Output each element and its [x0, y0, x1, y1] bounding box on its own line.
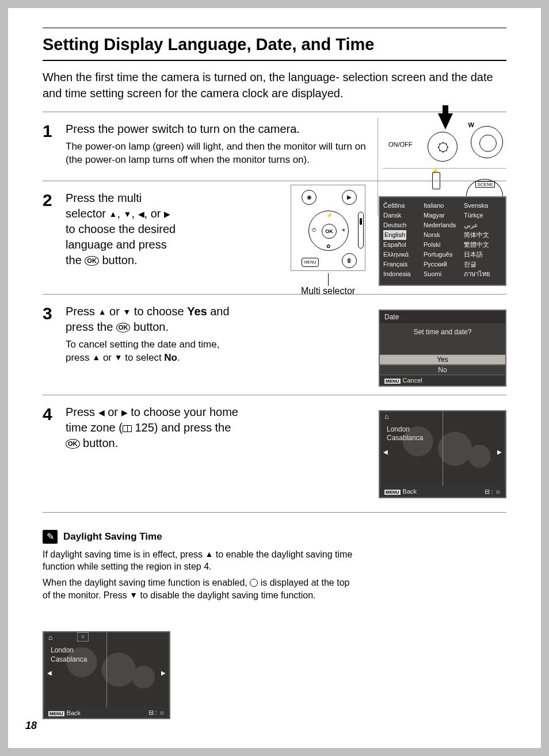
option-yes: Yes — [380, 354, 505, 365]
text: If daylight saving time is in effect, pr… — [43, 549, 205, 559]
city-1: London — [51, 646, 87, 655]
right-arrow-icon: ▶ — [497, 449, 502, 455]
text: to choose — [131, 305, 187, 318]
meridian-line — [106, 632, 107, 707]
city-2: Casablanca — [387, 434, 423, 443]
step-number: 4 — [43, 404, 66, 492]
text: button. — [130, 320, 169, 333]
flash-icon: ⚡ — [326, 212, 333, 218]
step-3: 3 Press ▲ or ▼ to choose Yes and press t… — [43, 294, 506, 395]
lang-col-3: SvenskaTürkçeعربي简体中文繁體中文日本語한글ภาษาไทย — [464, 201, 502, 279]
down-triangle-icon: ▼ — [129, 590, 138, 601]
no-bold: No — [164, 352, 177, 363]
left-triangle-icon: ◀ — [138, 209, 144, 220]
down-triangle-icon: ▼ — [115, 352, 123, 363]
lang-option: English — [383, 230, 421, 240]
book-ref-icon — [123, 425, 132, 432]
lang-option: Ελληνικά — [383, 250, 421, 259]
ok-center-icon: OK — [322, 224, 337, 239]
step4-heading: Press ◀ or ▶ to choose your home time zo… — [66, 404, 241, 451]
lang-option: Português — [424, 250, 462, 259]
zoom-slider-icon — [358, 212, 364, 249]
dst-sun-icon — [250, 579, 258, 587]
page-title: Setting Display Language, Date, and Time — [43, 28, 506, 61]
right-triangle-icon: ▶ — [164, 209, 170, 220]
page-number: 18 — [25, 720, 37, 732]
timer-icon: ⏱ — [311, 227, 317, 233]
lang-option: Svenska — [464, 201, 502, 211]
step1-heading: Press the power switch to turn on the ca… — [66, 121, 368, 137]
text: Press — [66, 406, 98, 418]
text: to disable the daylight saving time func… — [138, 590, 316, 600]
w-label: W — [468, 121, 474, 128]
step1-sub: The power-on lamp (green) will light, an… — [66, 140, 368, 167]
menu-button-icon: MENU — [302, 258, 319, 267]
onoff-label: ON/OFF — [388, 141, 413, 148]
option-no: No — [380, 365, 505, 375]
up-triangle-icon: ▲ — [92, 352, 100, 363]
home-icon: ⌂ — [384, 413, 388, 421]
text: or — [106, 305, 123, 318]
down-triangle-icon: ▼ — [123, 307, 131, 318]
delete-icon: 🗑 — [342, 253, 357, 268]
lcd-title: Date — [380, 311, 505, 323]
intro-text: When the first time the camera is turned… — [43, 69, 506, 101]
lang-option: عربي — [464, 220, 502, 230]
lang-option: Español — [383, 240, 421, 250]
lang-option: 日本語 — [464, 250, 502, 259]
lang-option: ภาษาไทย — [464, 269, 502, 279]
note-title: Daylight Saving Time — [63, 531, 162, 543]
lang-option: Dansk — [383, 211, 421, 220]
text: or — [100, 352, 115, 363]
note-dst: ✎ Daylight Saving Time If daylight savin… — [43, 512, 506, 693]
text: Press — [66, 305, 98, 318]
lang-option: Türkçe — [464, 211, 502, 220]
macro-icon: ✿ — [326, 243, 331, 249]
back-label: Back — [403, 488, 417, 495]
ok-button-icon: OK — [66, 439, 80, 449]
press-arrow-icon — [438, 113, 453, 129]
lang-option: Русский — [424, 259, 462, 269]
lang-option: Nederlands — [424, 220, 462, 230]
date-prompt-screen: Date Set time and date? Yes No MENUCance… — [379, 310, 506, 387]
exposure-icon: ☀ — [341, 227, 346, 233]
down-triangle-icon: ▼ — [124, 209, 132, 220]
step3-sub: To cancel setting the date and time, pre… — [66, 338, 241, 365]
step-2: 2 Press the multi selector ▲, ▼, ◀, or ▶… — [43, 181, 506, 294]
text: or — [105, 406, 121, 418]
lang-option: Français — [383, 259, 421, 269]
dst-hint-icon: ⊟ : ☼ — [485, 488, 501, 495]
shutter-dial-icon — [471, 126, 503, 158]
city-2: Casablanca — [51, 655, 87, 665]
page-ref: 125) and press the — [132, 421, 231, 434]
ok-button-icon: OK — [85, 256, 99, 266]
timezone-dst-screen: ⌂ ☼ London Casablanca ◀ ▶ MENUBack ⊟ : ☼ — [43, 631, 170, 719]
text: When the daylight saving time function i… — [43, 578, 250, 587]
step-4: 4 Press ◀ or ▶ to choose your home time … — [43, 395, 506, 506]
lang-option: 简体中文 — [464, 230, 502, 240]
lcd-footer: MENUBack ⊟ : ☼ — [44, 707, 169, 718]
cancel-label: Cancel — [403, 377, 422, 384]
left-arrow-icon: ◀ — [47, 670, 52, 676]
note-icon: ✎ — [43, 530, 58, 544]
lcd-footer: MENUBack ⊟ : ☼ — [380, 486, 505, 497]
dst-hint-icon: ⊟ : ☼ — [148, 709, 165, 716]
step2-heading: Press the multi selector ▲, ▼, ◀, or ▶ t… — [66, 190, 177, 268]
step-number: 2 — [43, 190, 66, 280]
lang-col-2: ItalianoMagyarNederlandsNorskPolskiPortu… — [424, 201, 462, 279]
language-screen: ČeštinaDanskDeutschEnglishEspañolΕλληνικ… — [379, 196, 506, 286]
lang-option: Magyar — [424, 211, 462, 220]
step-1: 1 Press the power switch to turn on the … — [43, 112, 506, 181]
up-triangle-icon: ▲ — [205, 549, 214, 560]
city-1: London — [387, 425, 423, 434]
step-number: 3 — [43, 304, 66, 381]
callout-line — [328, 273, 329, 286]
timezone-screen: ⌂ London Casablanca ◀ ▶ MENUBack ⊟ : ☼ — [379, 410, 506, 498]
dpad-icon: ⚡ ⏱ ☀ ✿ OK — [308, 211, 349, 251]
left-triangle-icon: ◀ — [98, 407, 105, 418]
dst-indicator-icon: ☼ — [77, 632, 89, 642]
multi-selector-illustration: ◉ ▶ ⚡ ⏱ ☀ ✿ OK MENU 🗑 Multi selector — [288, 185, 368, 296]
lcd-prompt: Set time and date? — [380, 328, 505, 336]
camera-mode-icon: ◉ — [302, 190, 317, 205]
step3-heading: Press ▲ or ▼ to choose Yes and press the… — [66, 304, 241, 335]
